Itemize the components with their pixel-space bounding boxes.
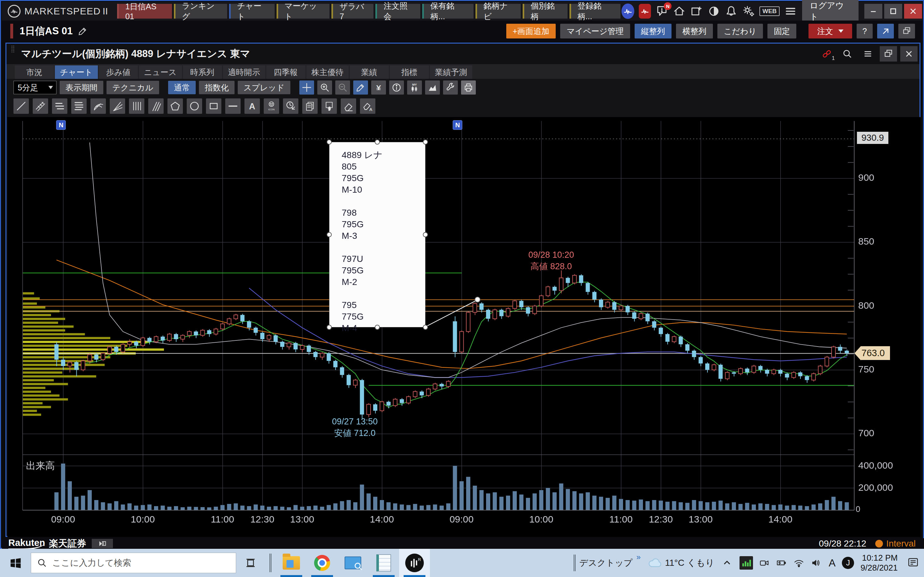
toolbar-expand-chevrons[interactable]: »: [636, 553, 640, 562]
duplicate-window-button[interactable]: [898, 24, 915, 39]
camera-tray-icon[interactable]: [758, 557, 771, 569]
link-group-icon[interactable]: 1: [818, 46, 835, 61]
crosshair-icon[interactable]: [299, 81, 314, 95]
tray-chevron-up-icon[interactable]: [721, 557, 733, 569]
half-panel-icon[interactable]: [708, 5, 720, 18]
fib-arcs-icon[interactable]: [90, 98, 106, 114]
wifi-tray-icon[interactable]: [793, 557, 805, 569]
taskbar-app-file-explorer[interactable]: [276, 549, 307, 577]
mode-button-通常[interactable]: 通常: [168, 81, 196, 94]
trend-line-icon[interactable]: [13, 98, 29, 114]
circle-tool-icon[interactable]: [187, 98, 202, 114]
tab-業績予測[interactable]: 業績予測: [430, 65, 472, 79]
popout-window-icon[interactable]: [880, 46, 897, 61]
fan-lines-icon[interactable]: [110, 98, 125, 114]
rect-tool-icon[interactable]: [206, 98, 221, 114]
minimize-button[interactable]: [864, 4, 882, 19]
menu-tab-登録銘柄...[interactable]: 登録銘柄...: [569, 4, 621, 19]
h-lines-3-icon[interactable]: [52, 98, 67, 114]
taskbar-toolbar-handle[interactable]: [270, 554, 271, 572]
tab-時系列[interactable]: 時系列: [183, 65, 222, 79]
toolbar-handle-icon[interactable]: [573, 554, 575, 571]
tab-四季報[interactable]: 四季報: [266, 65, 305, 79]
mode-button-スプレッド[interactable]: スプレッド: [238, 81, 290, 94]
news-marker-2[interactable]: N: [453, 120, 462, 130]
taskbar-app-notepad[interactable]: [368, 549, 399, 577]
selection-handle[interactable]: [326, 139, 332, 145]
selection-handle[interactable]: [423, 325, 428, 330]
window-titlebar[interactable]: マルチツール(個別銘柄) 4889 レナサイエンス 東マ 1: [6, 44, 919, 64]
duplicate-icon[interactable]: [302, 98, 318, 114]
hand-drag-icon[interactable]: [321, 98, 337, 114]
taskbar-app-chrome[interactable]: [307, 549, 338, 577]
h-lines-4-icon[interactable]: [71, 98, 87, 114]
menu-tab-保有銘柄...[interactable]: 保有銘柄...: [422, 4, 473, 19]
start-button[interactable]: [0, 549, 31, 577]
task-view-button[interactable]: [236, 549, 265, 577]
drag-grip-icon[interactable]: [9, 45, 17, 63]
home-icon[interactable]: [673, 5, 686, 18]
bell-icon[interactable]: [725, 5, 738, 18]
selection-handle[interactable]: [326, 325, 332, 330]
ime-latin-indicator[interactable]: A: [829, 557, 835, 569]
taskbar-app-magnifier-app[interactable]: [338, 549, 368, 577]
pitchfork-icon[interactable]: [148, 98, 164, 114]
chart-note-annotation[interactable]: 4889 レナ805795GM-10 798795GM-3 797U795GM-…: [329, 142, 425, 327]
tab-歩み値[interactable]: 歩み値: [99, 65, 138, 79]
taskbar-clock[interactable]: 10:12 PM 9/28/2021: [861, 553, 898, 573]
action-center-icon[interactable]: [906, 556, 920, 570]
eraser-icon[interactable]: [341, 98, 356, 114]
tab-ニュース[interactable]: ニュース: [139, 65, 182, 79]
window-menu-icon[interactable]: [859, 46, 877, 61]
menu-tab-個別銘柄[interactable]: 個別銘柄: [523, 4, 567, 19]
mode-button-指数化[interactable]: 指数化: [199, 81, 234, 94]
close-button[interactable]: [904, 4, 922, 19]
taskbar-search-input[interactable]: ここに入力して検索: [31, 553, 236, 573]
price-chart[interactable]: 930.9 763.0 09/28 10:20高値 828.0 09/27 13…: [7, 117, 921, 537]
gear-icon[interactable]: [742, 5, 755, 18]
eraser-all-icon[interactable]: A: [360, 98, 375, 114]
battery-tray-icon[interactable]: [775, 557, 788, 569]
yen-icon[interactable]: Y: [371, 81, 386, 95]
v-lines-icon[interactable]: [129, 98, 144, 114]
pagebar-button-こだわり[interactable]: こだわり: [717, 24, 763, 39]
zoom-in-icon[interactable]: [317, 81, 332, 95]
my-candle-icon[interactable]: MY: [407, 81, 422, 95]
icon-stamp-icon[interactable]: ICON: [264, 98, 279, 114]
taskbar-app-marketspeed[interactable]: R: [399, 549, 430, 577]
interval-select[interactable]: 5分足: [13, 81, 57, 94]
menu-icon[interactable]: [784, 5, 797, 18]
toolbar-button-テクニカル[interactable]: テクニカル: [107, 81, 159, 94]
order-button[interactable]: 注文: [809, 24, 852, 39]
news-marker-1[interactable]: N: [56, 120, 66, 130]
maximize-button[interactable]: [884, 4, 902, 19]
time-marker-icon[interactable]: [283, 98, 298, 114]
menu-tab-ザラバ7[interactable]: ザラバ7: [331, 4, 373, 19]
speaker-tray-icon[interactable]: [810, 557, 822, 569]
interval-mode-label[interactable]: Interval: [886, 538, 916, 549]
pulse-red-icon[interactable]: [639, 4, 651, 19]
wrench-icon[interactable]: [443, 81, 458, 95]
pagebar-button-+画面追加[interactable]: +画面追加: [506, 24, 556, 39]
weather-widget[interactable]: 11°C くもり: [647, 556, 714, 570]
selection-handle[interactable]: [326, 232, 332, 237]
tab-指標[interactable]: 指標: [390, 65, 429, 79]
ime-mode-indicator[interactable]: J: [842, 557, 854, 569]
printer-icon[interactable]: [461, 81, 476, 95]
toolbar-button-表示期間[interactable]: 表示期間: [60, 81, 103, 94]
selection-handle[interactable]: [375, 139, 380, 145]
hatched-line-icon[interactable]: [33, 98, 48, 114]
web-link-icon[interactable]: WEB: [759, 6, 779, 16]
chart-canvas[interactable]: [7, 117, 921, 537]
menu-tab-ランキング[interactable]: ランキング: [174, 4, 227, 19]
edit-page-name-icon[interactable]: [78, 26, 88, 36]
tab-株主優待[interactable]: 株主優待: [306, 65, 349, 79]
pagebar-button-固定[interactable]: 固定: [767, 24, 796, 39]
tab-業績[interactable]: 業績: [350, 65, 389, 79]
help-button[interactable]: ?: [857, 24, 873, 39]
symbol-search-icon[interactable]: [838, 46, 856, 61]
menu-tab-チャート[interactable]: チャート: [229, 4, 275, 19]
area-chart-icon[interactable]: [425, 81, 440, 95]
tab-適時開示[interactable]: 適時開示: [223, 65, 265, 79]
side-panel-toggle[interactable]: [92, 539, 113, 548]
